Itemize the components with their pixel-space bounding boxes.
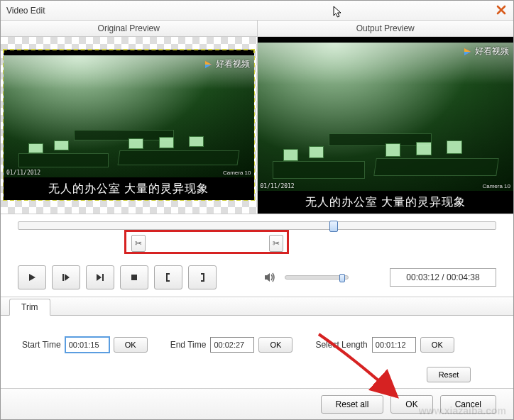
tab-trim[interactable]: Trim [9, 299, 50, 316]
bracket-start-button[interactable] [154, 265, 182, 289]
close-button[interactable] [495, 4, 508, 17]
annotation-highlight [124, 230, 289, 254]
preview-headers: Original Preview Output Preview [1, 21, 513, 37]
svg-rect-2 [131, 275, 137, 280]
start-time-ok-button[interactable]: OK [114, 337, 148, 353]
time-display: 00:03:12 / 00:04:38 [390, 268, 496, 287]
cursor-icon [333, 6, 343, 18]
svg-rect-0 [62, 274, 64, 281]
output-video-frame: 好看视频 01/11/2012 Camera 10 无人的办公室 大量的灵异现象 [258, 37, 514, 214]
cancel-button[interactable]: Cancel [440, 395, 496, 414]
volume-icon [263, 271, 276, 284]
next-button[interactable] [86, 265, 114, 289]
reset-button[interactable]: Reset [427, 367, 471, 382]
video-timestamp: 01/11/2012 [6, 170, 40, 176]
volume-thumb[interactable] [339, 274, 345, 282]
video-edit-window: Video Edit Original Preview Output Previ… [0, 0, 514, 420]
volume-slider[interactable] [285, 275, 349, 280]
output-preview-pane[interactable]: 好看视频 01/11/2012 Camera 10 无人的办公室 大量的灵异现象 [258, 37, 514, 214]
original-preview-header: Original Preview [1, 21, 258, 36]
next-icon [95, 272, 105, 282]
tab-strip: Trim [1, 297, 513, 316]
ok-button[interactable]: OK [390, 395, 432, 414]
camera-label: Camera 10 [223, 170, 251, 176]
video-watermark: 好看视频 [203, 58, 250, 70]
original-preview-pane[interactable]: 好看视频 01/11/2012 Camera 10 无人的办公室 大量的灵异现象 [1, 37, 258, 214]
trim-start-handle[interactable]: ✂ [131, 235, 146, 252]
titlebar: Video Edit [1, 1, 513, 21]
start-time-input[interactable] [65, 337, 109, 353]
output-preview-header: Output Preview [258, 21, 514, 36]
timeline-slider[interactable] [18, 221, 496, 230]
video-watermark: 好看视频 [462, 45, 509, 57]
stop-icon [129, 272, 139, 282]
video-subtitle: 无人的办公室 大量的灵异现象 [258, 191, 514, 214]
select-length-ok-button[interactable]: OK [420, 337, 454, 353]
reset-all-button[interactable]: Reset all [321, 395, 384, 414]
scissors-icon: ✂ [273, 238, 280, 248]
play-icon [27, 272, 37, 282]
bracket-end-button[interactable] [188, 265, 217, 289]
stop-button[interactable] [120, 265, 148, 289]
camera-label: Camera 10 [482, 183, 510, 189]
video-timestamp: 01/11/2012 [261, 183, 295, 189]
trim-end-handle[interactable]: ✂ [269, 235, 283, 252]
end-time-label: End Time [170, 340, 207, 350]
watermark-play-icon [203, 60, 213, 70]
bracket-close-icon [197, 272, 207, 282]
step-forward-button[interactable] [52, 265, 80, 289]
bracket-open-icon [163, 272, 173, 282]
close-icon [496, 5, 506, 17]
timeline-playhead[interactable] [329, 221, 338, 232]
select-length-input[interactable] [372, 337, 416, 353]
svg-rect-1 [102, 274, 104, 281]
watermark-play-icon [462, 47, 472, 57]
video-subtitle: 无人的办公室 大量的灵异现象 [4, 177, 254, 200]
end-time-input[interactable] [210, 337, 254, 353]
play-button[interactable] [18, 265, 46, 289]
trim-panel: Start Time OK End Time OK Select Length … [1, 316, 513, 397]
step-forward-icon [61, 272, 71, 282]
start-time-label: Start Time [22, 340, 61, 350]
window-title: Video Edit [6, 6, 45, 16]
footer: Reset all OK Cancel [1, 388, 513, 419]
select-length-label: Select Length [315, 340, 367, 350]
end-time-ok-button[interactable]: OK [258, 337, 292, 353]
original-video-frame: 好看视频 01/11/2012 Camera 10 无人的办公室 大量的灵异现象 [4, 50, 254, 200]
scissors-icon: ✂ [135, 238, 142, 248]
